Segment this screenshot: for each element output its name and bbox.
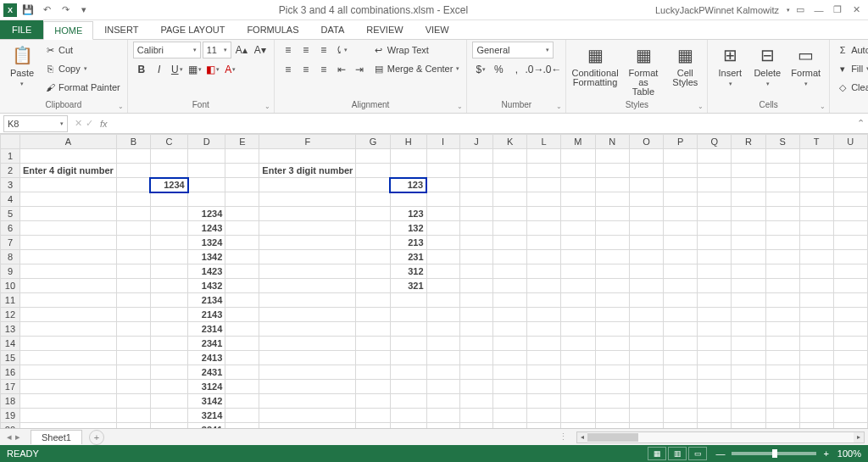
- cell-I17[interactable]: [426, 380, 459, 394]
- cell-F7[interactable]: [259, 236, 356, 250]
- cell-Q17[interactable]: [698, 380, 732, 394]
- cell-Q4[interactable]: [698, 192, 732, 207]
- currency-icon[interactable]: $▾: [472, 61, 489, 78]
- cell-O1[interactable]: [629, 149, 663, 164]
- cell-D16[interactable]: 2431: [188, 365, 225, 380]
- col-header-M[interactable]: M: [561, 135, 595, 149]
- cell-H18[interactable]: [390, 394, 426, 409]
- decrease-decimal-icon[interactable]: .0←: [543, 61, 560, 78]
- cell-A18[interactable]: [19, 394, 116, 409]
- cell-R1[interactable]: [732, 149, 765, 164]
- cell-R3[interactable]: [732, 178, 765, 192]
- minimize-icon[interactable]: —: [810, 3, 827, 18]
- cell-O4[interactable]: [629, 192, 663, 207]
- cell-T2[interactable]: [799, 164, 833, 178]
- col-header-G[interactable]: G: [356, 135, 390, 149]
- page-break-view-icon[interactable]: ▭: [688, 447, 707, 460]
- cell-T3[interactable]: [799, 178, 833, 192]
- cell-G17[interactable]: [356, 380, 390, 394]
- cell-U4[interactable]: [833, 192, 867, 207]
- cell-R11[interactable]: [732, 293, 765, 308]
- cell-I12[interactable]: [426, 308, 459, 322]
- cell-J6[interactable]: [459, 221, 493, 236]
- col-header-L[interactable]: L: [527, 135, 561, 149]
- cell-G7[interactable]: [356, 236, 390, 250]
- cell-O6[interactable]: [629, 221, 663, 236]
- cell-G16[interactable]: [356, 365, 390, 380]
- cell-F4[interactable]: [259, 192, 356, 207]
- cell-Q15[interactable]: [698, 351, 732, 365]
- cell-D14[interactable]: 2341: [188, 337, 225, 351]
- align-center-icon[interactable]: ≡: [298, 61, 314, 78]
- cell-T10[interactable]: [799, 279, 833, 293]
- cell-K16[interactable]: [493, 365, 527, 380]
- cell-R8[interactable]: [732, 250, 765, 264]
- tab-data[interactable]: DATA: [310, 20, 356, 39]
- cell-T13[interactable]: [799, 322, 833, 337]
- cell-Q18[interactable]: [698, 394, 732, 409]
- cell-H15[interactable]: [390, 351, 426, 365]
- cell-B8[interactable]: [116, 250, 150, 264]
- increase-font-icon[interactable]: A▴: [233, 42, 250, 58]
- decrease-font-icon[interactable]: A▾: [252, 42, 269, 58]
- cell-U7[interactable]: [833, 236, 867, 250]
- row-header-13[interactable]: 13: [1, 322, 20, 337]
- cell-R5[interactable]: [732, 207, 765, 221]
- cell-N18[interactable]: [595, 394, 629, 409]
- cell-E19[interactable]: [225, 409, 259, 423]
- row-header-1[interactable]: 1: [1, 149, 20, 164]
- cell-H14[interactable]: [390, 337, 426, 351]
- cell-J10[interactable]: [459, 279, 493, 293]
- cell-G8[interactable]: [356, 250, 390, 264]
- cell-T9[interactable]: [799, 264, 833, 279]
- cell-B9[interactable]: [116, 264, 150, 279]
- cell-T19[interactable]: [799, 409, 833, 423]
- cell-S10[interactable]: [765, 279, 799, 293]
- col-header-Q[interactable]: Q: [698, 135, 732, 149]
- cell-N3[interactable]: [595, 178, 629, 192]
- zoom-slider[interactable]: [732, 452, 816, 455]
- cell-N9[interactable]: [595, 264, 629, 279]
- name-box[interactable]: K8▾: [3, 115, 68, 132]
- cell-D12[interactable]: 2143: [188, 308, 225, 322]
- cell-B14[interactable]: [116, 337, 150, 351]
- cell-P16[interactable]: [664, 365, 698, 380]
- cell-G6[interactable]: [356, 221, 390, 236]
- cell-E13[interactable]: [225, 322, 259, 337]
- col-header-E[interactable]: E: [225, 135, 259, 149]
- cell-K10[interactable]: [493, 279, 527, 293]
- cell-C7[interactable]: [150, 236, 187, 250]
- cell-U9[interactable]: [833, 264, 867, 279]
- cell-N6[interactable]: [595, 221, 629, 236]
- cell-A1[interactable]: [19, 149, 116, 164]
- cell-I2[interactable]: [426, 164, 459, 178]
- cell-M3[interactable]: [561, 178, 595, 192]
- sheet-nav-next-icon[interactable]: ▸: [15, 431, 20, 443]
- cell-B5[interactable]: [116, 207, 150, 221]
- cell-D7[interactable]: 1324: [188, 236, 225, 250]
- cell-D4[interactable]: [188, 192, 225, 207]
- new-sheet-button[interactable]: +: [89, 430, 104, 445]
- cell-G1[interactable]: [356, 149, 390, 164]
- cell-P14[interactable]: [664, 337, 698, 351]
- cell-R19[interactable]: [732, 409, 765, 423]
- cell-P19[interactable]: [664, 409, 698, 423]
- row-header-12[interactable]: 12: [1, 308, 20, 322]
- cell-Q2[interactable]: [698, 164, 732, 178]
- cell-D10[interactable]: 1432: [188, 279, 225, 293]
- cell-K11[interactable]: [493, 293, 527, 308]
- cell-L8[interactable]: [527, 250, 561, 264]
- increase-decimal-icon[interactable]: .0→: [526, 61, 542, 78]
- cell-S17[interactable]: [765, 380, 799, 394]
- cell-S15[interactable]: [765, 351, 799, 365]
- cell-K12[interactable]: [493, 308, 527, 322]
- cell-A9[interactable]: [19, 264, 116, 279]
- user-menu-icon[interactable]: ▾: [787, 7, 790, 14]
- cell-E15[interactable]: [225, 351, 259, 365]
- cell-I18[interactable]: [426, 394, 459, 409]
- cell-T16[interactable]: [799, 365, 833, 380]
- cell-I13[interactable]: [426, 322, 459, 337]
- cell-R13[interactable]: [732, 322, 765, 337]
- cell-G15[interactable]: [356, 351, 390, 365]
- undo-icon[interactable]: ↶: [39, 3, 54, 18]
